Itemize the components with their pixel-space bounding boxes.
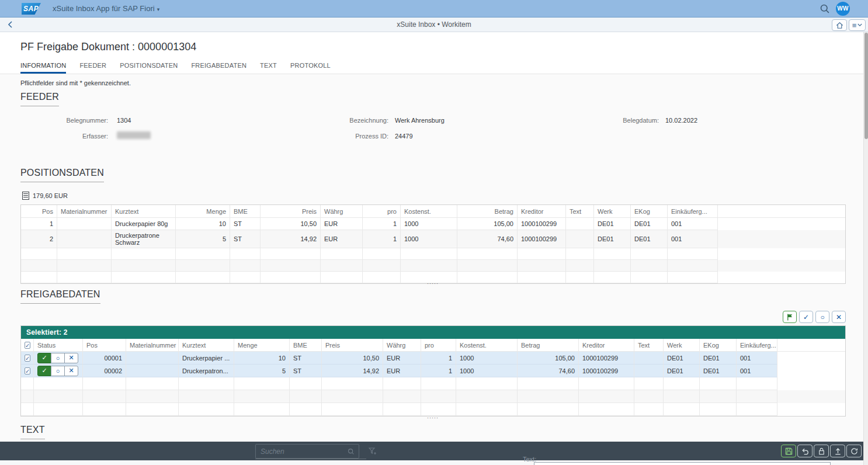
table-filler <box>777 352 845 365</box>
table-cell: 5 <box>234 365 290 377</box>
vertical-scrollbar[interactable] <box>863 32 868 465</box>
table-cell: ST <box>230 218 261 230</box>
reject-status-button[interactable]: ✕ <box>64 366 78 376</box>
table-cell <box>700 390 737 403</box>
avatar[interactable]: WW <box>836 2 850 16</box>
column-header[interactable]: Kostenst. <box>456 339 518 352</box>
approve-status-button[interactable]: ✓ <box>37 353 51 363</box>
column-header[interactable]: Währg <box>321 205 363 218</box>
select-all-checkbox-cell: ✓ <box>21 339 34 352</box>
table-cell: 1000100299 <box>518 218 566 230</box>
tab-freigabedaten[interactable]: FREIGABEDATEN <box>191 62 246 74</box>
column-header[interactable]: Kostenst. <box>401 205 457 218</box>
checkbox[interactable]: ✓ <box>25 342 30 349</box>
section-heading-positionsdaten: POSITIONSDATEN <box>20 168 104 182</box>
sap-logo[interactable]: SAP <box>22 3 41 15</box>
column-header[interactable]: Kurztext <box>112 205 176 218</box>
scrollbar-thumb[interactable] <box>864 33 868 139</box>
table-cell: Druckerpatron... <box>179 365 234 377</box>
table-cell <box>421 377 456 390</box>
search-icon[interactable] <box>819 3 832 15</box>
checkbox[interactable]: ✓ <box>25 367 30 374</box>
lock-button[interactable] <box>814 445 829 457</box>
menu-button[interactable]: ≡ <box>849 19 866 31</box>
table-resize-grip[interactable]: ····· <box>426 282 440 285</box>
column-header[interactable]: Materialnummer <box>126 339 179 352</box>
tab-feeder[interactable]: FEEDER <box>79 62 106 74</box>
filter-icon <box>368 446 377 456</box>
hold-status-button[interactable]: ○ <box>51 353 65 363</box>
tab-protokoll[interactable]: PROTOKOLL <box>290 62 331 74</box>
mandatory-fields-note: Pflichtfelder sind mit * gekennzeichnet. <box>20 79 131 86</box>
home-button[interactable] <box>832 19 847 31</box>
table-cell <box>363 272 401 283</box>
tab-information[interactable]: INFORMATION <box>20 62 66 74</box>
column-header[interactable]: Währg <box>383 339 421 352</box>
hold-button[interactable]: ○ <box>815 311 829 323</box>
column-header[interactable]: Betrag <box>518 339 579 352</box>
table-cell: 1000100299 <box>579 352 634 365</box>
column-header[interactable]: pro <box>363 205 401 218</box>
app-title-menu[interactable]: xSuite Inbox App für SAP Fiori▾ <box>53 4 159 13</box>
save-button[interactable] <box>781 445 796 457</box>
undo-button[interactable] <box>797 445 813 457</box>
table-cell <box>700 377 737 390</box>
column-header[interactable]: EKog <box>700 339 737 352</box>
text-input[interactable] <box>534 462 831 465</box>
column-header[interactable]: Betrag <box>457 205 518 218</box>
column-header[interactable]: Werk <box>594 205 631 218</box>
table-cell <box>634 377 664 390</box>
column-header[interactable]: Kurztext <box>179 339 234 352</box>
table-cell <box>700 403 737 416</box>
reject-status-button[interactable]: ✕ <box>64 353 78 363</box>
column-header[interactable]: Einkäuferg... <box>737 339 777 352</box>
refresh-button[interactable] <box>846 445 862 457</box>
table-cell <box>34 390 83 403</box>
column-header[interactable]: Kreditor <box>518 205 566 218</box>
column-header[interactable]: BME <box>290 339 322 352</box>
column-header[interactable]: Preis <box>261 205 321 218</box>
table-cell <box>234 377 290 390</box>
table-row[interactable]: ✓✓○✕00002Druckerpatron...5ST14,92EUR1100… <box>21 365 845 377</box>
column-header[interactable]: Einkäuferg... <box>668 205 718 218</box>
table-cell <box>421 390 456 403</box>
table-cell: DE01 <box>631 218 668 230</box>
table-cell <box>363 260 401 272</box>
column-header[interactable]: Werk <box>664 339 700 352</box>
table-cell <box>126 377 179 390</box>
table-row[interactable]: 1Druckerpapier 80g10ST10,50EUR11000105,0… <box>21 218 845 230</box>
column-header[interactable]: Kreditor <box>579 339 634 352</box>
table-cell <box>83 377 126 390</box>
column-header[interactable]: Menge <box>234 339 290 352</box>
flag-button[interactable] <box>783 311 797 323</box>
column-header[interactable]: Text <box>566 205 594 218</box>
tab-text[interactable]: TEXT <box>260 62 277 74</box>
column-header[interactable]: Preis <box>322 339 383 352</box>
approve-button[interactable]: ✓ <box>799 311 813 323</box>
table-cell <box>668 260 718 272</box>
table-cell <box>579 377 634 390</box>
approve-status-button[interactable]: ✓ <box>37 366 51 376</box>
column-header[interactable]: Status <box>34 339 83 352</box>
column-header[interactable]: EKog <box>631 205 668 218</box>
column-header[interactable]: Text <box>634 339 664 352</box>
column-header[interactable]: Materialnummer <box>57 205 112 218</box>
table-filler <box>718 260 845 272</box>
tab-positionsdaten[interactable]: POSITIONSDATEN <box>120 62 178 74</box>
section-heading-freigabedaten: FREIGABEDATEN <box>20 289 100 304</box>
upload-button[interactable] <box>830 445 845 457</box>
checkbox[interactable]: ✓ <box>25 355 30 362</box>
column-header[interactable]: BME <box>230 205 261 218</box>
table-cell <box>668 248 718 260</box>
table-resize-grip[interactable]: ····· <box>426 416 440 419</box>
reject-button[interactable]: ✕ <box>832 311 846 323</box>
table-row[interactable]: ✓✓○✕00001Druckerpapier ...10ST10,50EUR11… <box>21 352 845 365</box>
table-cell: 2 <box>21 230 57 248</box>
hold-status-button[interactable]: ○ <box>51 366 65 376</box>
table-cell <box>631 272 668 283</box>
table-row[interactable]: 2Druckerpatrone Schwarz5ST14,92EUR110007… <box>21 230 845 248</box>
column-header[interactable]: Pos <box>21 205 57 218</box>
column-header[interactable]: pro <box>421 339 456 352</box>
column-header[interactable]: Pos <box>83 339 126 352</box>
column-header[interactable]: Menge <box>176 205 230 218</box>
